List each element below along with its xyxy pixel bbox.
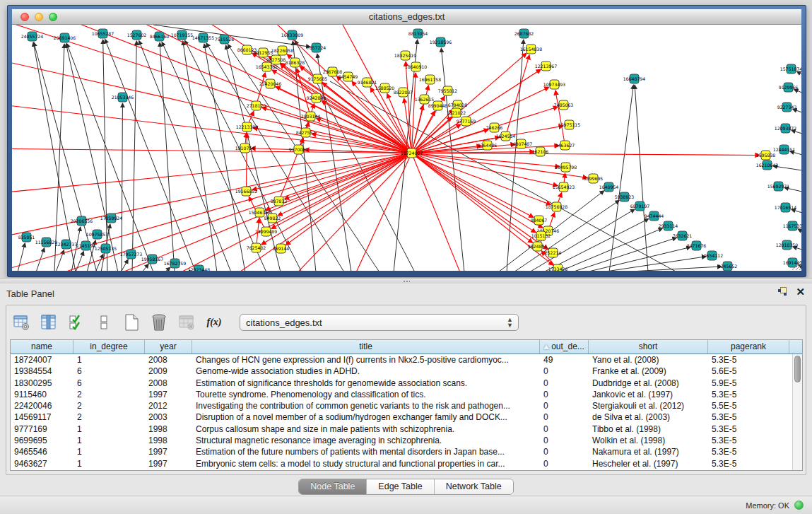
table-cell[interactable]: 22420046 [11,400,73,411]
table-row[interactable]: 1872400712008Changes of HCN gene express… [11,354,802,366]
close-panel-icon[interactable]: ✕ [796,287,805,296]
table-cell[interactable]: Stergiakouli et al. (2012) [589,400,708,411]
float-panel-icon[interactable] [778,287,787,296]
table-cell[interactable]: 2009 [145,366,192,377]
tab-network-table[interactable]: Network Table [435,479,513,494]
table-row[interactable]: 969969511998Structural magnetic resonanc… [11,435,802,446]
table-cell[interactable]: 9699695 [11,435,73,446]
table-cell[interactable]: Estimation of significance thresholds fo… [192,378,540,389]
node-table[interactable]: namein_degreeyeartitleout_de...shortpage… [10,339,803,471]
table-cell[interactable]: 2 [73,389,145,400]
delete-button[interactable] [148,312,170,333]
table-cell[interactable]: Investigating the contribution of common… [192,400,540,411]
table-cell[interactable]: Embryonic stem cells: a model to study s… [192,458,540,469]
table-cell[interactable]: Yano et al. (2008) [589,354,708,366]
table-cell[interactable]: Tibbo et al. (1998) [589,424,708,435]
table-cell[interactable]: 0 [540,366,589,377]
table-cell[interactable]: 0 [540,378,589,389]
table-cell[interactable]: 14569117 [11,411,73,423]
table-cell[interactable]: 19384554 [11,366,73,377]
table-cell[interactable]: 9465546 [11,446,73,457]
table-cell[interactable]: Nakamura et al. (1997) [589,446,708,457]
column-header-pagerank[interactable]: pagerank [708,340,789,354]
table-cell[interactable]: 1 [73,458,145,469]
table-cell[interactable]: 5.6E-5 [708,366,789,377]
table-cell[interactable]: Estimation of the future numbers of pati… [192,446,540,457]
table-cell[interactable]: Genome-wide association studies in ADHD. [192,366,540,377]
table-cell[interactable]: Franke et al. (2009) [589,366,708,377]
table-cell[interactable]: Wolkin et al. (1998) [589,435,708,446]
table-cell[interactable]: 1997 [145,389,192,400]
table-row[interactable]: 911546021997Tourette syndrome. Phenomeno… [11,389,802,400]
table-cell[interactable]: 9463627 [11,458,73,469]
network-view[interactable]: 1872400724055724206914061065528715276028… [12,25,801,271]
table-cell[interactable]: 1998 [145,435,192,446]
tab-node-table[interactable]: Node Table [299,479,367,494]
clear-selection-button[interactable] [93,312,114,333]
table-cell[interactable]: 1 [73,424,145,435]
table-cell[interactable]: 5.3E-5 [708,411,789,423]
table-cell[interactable]: 2008 [145,378,192,389]
function-builder-button[interactable]: f(x) [204,312,225,333]
table-cell[interactable]: 2012 [145,400,192,411]
table-cell[interactable]: 2 [73,400,145,411]
column-header-year[interactable]: year [145,340,192,354]
table-cell[interactable]: 0 [540,400,589,411]
table-cell[interactable]: 18300295 [11,378,73,389]
column-header-outde[interactable]: out_de... [540,340,589,354]
table-cell[interactable]: 6 [73,378,145,389]
table-cell[interactable]: 6 [73,366,145,377]
table-cell[interactable]: 5.3E-5 [708,389,789,400]
table-cell[interactable]: 1 [73,446,145,457]
node-table-header[interactable]: namein_degreeyeartitleout_de...shortpage… [11,340,802,354]
table-selector-dropdown[interactable]: citations_edges.txt ▲▼ [240,314,519,331]
table-cell[interactable]: Disruption of a novel member of a sodium… [192,411,540,423]
table-cell[interactable]: 2008 [145,354,192,366]
table-cell[interactable]: 5.3E-5 [708,354,789,366]
table-row[interactable]: 1830029562008Estimation of significance … [11,378,802,389]
table-cell[interactable]: Corpus callosum shape and size in male p… [192,424,540,435]
table-row[interactable]: 946554611997Estimation of the future num… [11,446,802,457]
table-cell[interactable]: Jankovic et al. (1997) [589,389,708,400]
table-cell[interactable]: 1998 [145,424,192,435]
table-cell[interactable]: Dudbridge et al. (2008) [589,378,708,389]
show-columns-button[interactable] [38,312,59,333]
table-cell[interactable]: 5.3E-5 [708,446,789,457]
table-cell[interactable]: 0 [540,446,589,457]
table-row[interactable]: 1938455462009Genome-wide association stu… [11,366,802,377]
new-file-button[interactable] [121,312,142,333]
table-cell[interactable]: 0 [540,424,589,435]
tab-edge-table[interactable]: Edge Table [367,479,434,494]
table-cell[interactable]: 0 [540,389,589,400]
table-cell[interactable]: 2003 [145,411,192,423]
table-cell[interactable]: Hescheler et al. (1997) [589,458,708,469]
table-cell[interactable]: de Silva et al. (2003) [589,411,708,423]
table-row[interactable]: 946362711997Embryonic stem cells: a mode… [11,458,802,469]
table-cell[interactable]: 2 [73,411,145,423]
table-cell[interactable]: 5.3E-5 [708,435,789,446]
table-cell[interactable]: 9777169 [11,424,73,435]
vertical-scrollbar[interactable] [792,354,802,470]
table-cell[interactable]: 18724007 [11,354,73,366]
table-row[interactable]: 1456911722003Disruption of a novel membe… [11,411,802,423]
table-cell[interactable]: 5.5E-5 [708,400,789,411]
select-all-button[interactable] [66,312,87,333]
column-header-indegree[interactable]: in_degree [73,340,145,354]
column-header-short[interactable]: short [589,340,708,354]
table-cell[interactable]: 1 [73,354,145,366]
table-cell[interactable]: 1997 [145,458,192,469]
table-cell[interactable]: 0 [540,435,589,446]
scrollbar-thumb[interactable] [794,356,801,382]
table-cell[interactable]: 0 [540,411,589,423]
table-cell[interactable]: 5.3E-5 [708,458,789,469]
column-header-name[interactable]: name [11,340,73,354]
table-row[interactable]: 977716911998Corpus callosum shape and si… [11,424,802,435]
table-cell[interactable]: 0 [540,458,589,469]
table-cell[interactable]: Structural magnetic resonance image aver… [192,435,540,446]
table-cell[interactable]: 5.9E-5 [708,378,789,389]
table-cell[interactable]: 49 [540,354,589,366]
table-row[interactable]: 2242004622012Investigating the contribut… [11,400,802,411]
network-window-titlebar[interactable]: citations_edges.txt [12,9,801,25]
table-cell[interactable]: Tourette syndrome. Phenomenology and cla… [192,389,540,400]
table-cell[interactable]: 5.3E-5 [708,424,789,435]
